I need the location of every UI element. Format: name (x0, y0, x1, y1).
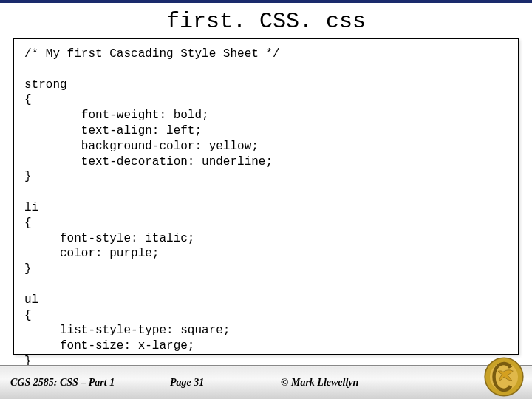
slide-title: first. CSS. css (0, 3, 532, 38)
footer-bar: CGS 2585: CSS – Part 1 Page 31 © Mark Ll… (0, 365, 532, 399)
ucf-logo-icon (483, 356, 525, 398)
footer-course: CGS 2585: CSS – Part 1 (0, 377, 170, 389)
footer-page: Page 31 (170, 377, 281, 389)
footer: CGS 2585: CSS – Part 1 Page 31 © Mark Ll… (0, 365, 532, 399)
footer-copyright: © Mark Llewellyn (281, 377, 358, 389)
code-container: /* My first Cascading Style Sheet */ str… (13, 38, 519, 355)
code-content: /* My first Cascading Style Sheet */ str… (24, 47, 508, 369)
